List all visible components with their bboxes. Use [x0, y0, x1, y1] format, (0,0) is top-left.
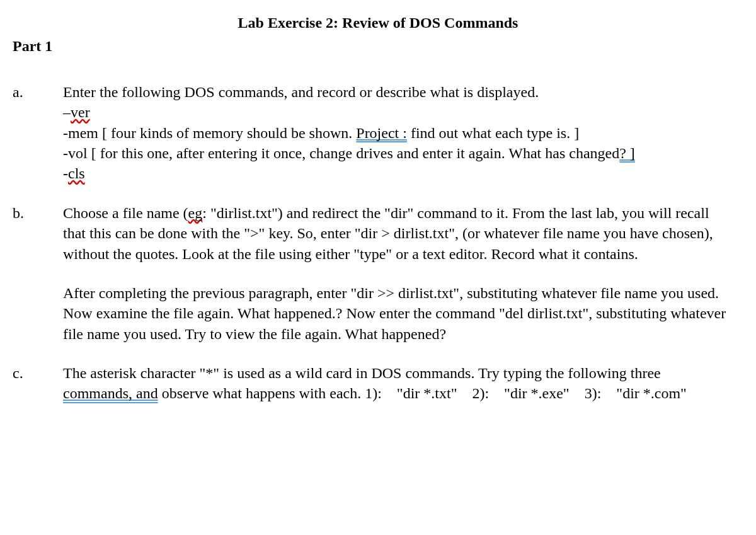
b-p2: After completing the previous paragraph,… [63, 285, 726, 342]
c-p1-post: observe what happens with each. 1): "dir… [158, 385, 687, 401]
item-c: c. The asterisk character "*" is used as… [13, 363, 743, 404]
item-b: b. Choose a file name (eg: "dirlist.txt"… [13, 203, 743, 344]
mem-project: Project : [356, 125, 407, 141]
item-a-body: Enter the following DOS commands, and re… [63, 82, 743, 184]
vol-mark: ? ] [619, 145, 635, 161]
part-heading: Part 1 [13, 36, 743, 56]
mem-post: find out what each type is. ] [407, 125, 579, 141]
item-a-bullet: a. [13, 82, 63, 184]
c-p1-pre: The asterisk character "*" is used as a … [63, 365, 665, 381]
b-p1-eg: eg [188, 205, 203, 221]
cls-word: cls [68, 165, 85, 181]
cls-dash: - [63, 165, 68, 181]
item-b-bullet: b. [13, 203, 63, 344]
vol-pre: -vol [ for this one, after entering it o… [63, 145, 619, 161]
item-a: a. Enter the following DOS commands, and… [13, 82, 743, 184]
document-title: Lab Exercise 2: Review of DOS Commands [13, 13, 743, 33]
item-b-body: Choose a file name (eg: "dirlist.txt") a… [63, 203, 743, 344]
ver-dash: – [63, 104, 71, 120]
item-c-bullet: c. [13, 363, 63, 404]
ver-word: ver [71, 104, 90, 120]
mem-pre: -mem [ four kinds of memory should be sh… [63, 125, 356, 141]
item-a-intro: Enter the following DOS commands, and re… [63, 84, 539, 100]
item-c-body: The asterisk character "*" is used as a … [63, 363, 743, 404]
b-p1-pre: Choose a file name ( [63, 205, 188, 221]
c-p1-mid: commands, and [63, 385, 158, 401]
